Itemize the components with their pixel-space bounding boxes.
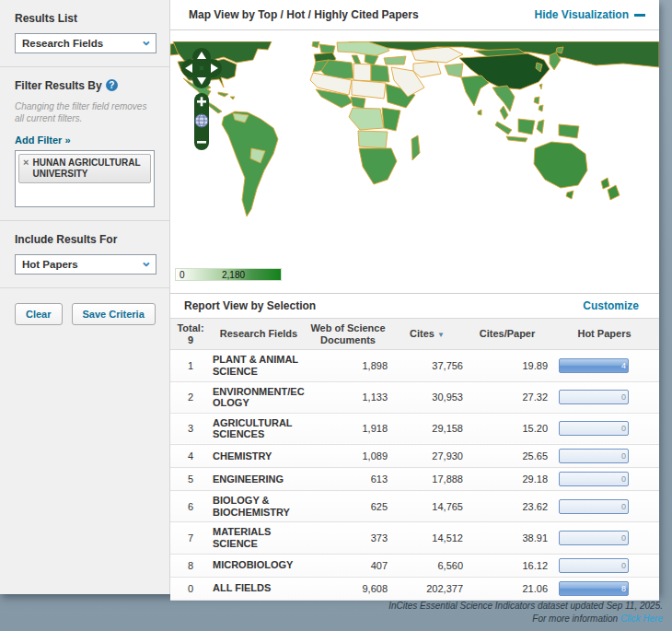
hot-papers-bar[interactable]: 0 — [559, 421, 629, 436]
save-criteria-button[interactable]: Save Criteria — [72, 303, 156, 325]
cites-cell: 202,377 — [389, 577, 465, 600]
table-row[interactable]: 2 ENVIRONMENT/ECOLOGY 1,133 30,953 27.32… — [170, 381, 659, 413]
column-header-documents: Web of Science Documents — [307, 319, 389, 350]
table-row[interactable]: 4 CHEMISTRY 1,089 27,930 25.65 0 — [170, 445, 659, 468]
research-field-link[interactable]: ENGINEERING — [211, 468, 307, 491]
report-table: Total: 9 Research Fields Web of Science … — [170, 318, 659, 601]
cites-per-paper-cell: 19.89 — [465, 350, 550, 381]
map-controls[interactable] — [181, 47, 222, 156]
cites-per-paper-cell: 21.06 — [465, 577, 550, 600]
cites-cell: 17,888 — [389, 468, 465, 491]
cites-per-paper-cell: 15.20 — [465, 413, 550, 444]
research-field-link[interactable]: CHEMISTRY — [211, 445, 307, 468]
click-here-link[interactable]: Click Here — [620, 613, 663, 624]
report-title: Report View by Selection — [184, 299, 316, 312]
documents-cell: 373 — [307, 522, 389, 554]
footer: InCites Essential Science Indicators dat… — [388, 600, 663, 625]
hot-papers-value: 0 — [621, 501, 626, 513]
hot-papers-value: 8 — [621, 583, 626, 595]
hot-papers-bar[interactable]: 0 — [559, 499, 629, 514]
hide-visualization-label: Hide Visualization — [535, 8, 629, 21]
chevron-down-icon: ⌄ — [140, 257, 152, 266]
map-legend: 0 2,180 — [175, 268, 282, 281]
table-row[interactable]: 5 ENGINEERING 613 17,888 29.18 0 — [170, 468, 659, 491]
criteria-buttons-section: Clear Save Criteria — [0, 287, 169, 338]
hot-papers-bar[interactable]: 0 — [559, 531, 629, 545]
hot-papers-bar[interactable]: 0 — [559, 449, 629, 463]
hot-papers-value: 0 — [621, 423, 626, 435]
research-field-link[interactable]: MATERIALS SCIENCE — [211, 522, 307, 554]
hot-papers-cell: 0 — [550, 522, 659, 554]
documents-cell: 625 — [307, 491, 389, 522]
filter-heading: Filter Results By? — [15, 79, 156, 92]
documents-cell: 1,898 — [307, 350, 389, 381]
cites-cell: 6,560 — [389, 554, 465, 577]
research-field-link[interactable]: MICROBIOLOGY — [211, 554, 307, 577]
column-header-research-fields: Research Fields — [211, 319, 307, 350]
hot-papers-value: 4 — [621, 360, 626, 372]
table-row[interactable]: 6 BIOLOGY & BIOCHEMISTRY 625 14,765 23.6… — [170, 491, 659, 522]
cites-cell: 29,158 — [389, 413, 465, 444]
results-list-select[interactable]: Research Fields ⌄ — [15, 33, 156, 53]
add-filter-link[interactable]: Add Filter » — [15, 134, 71, 146]
table-row[interactable]: 1 PLANT & ANIMAL SCIENCE 1,898 37,756 19… — [170, 350, 659, 381]
results-list-section: Results List Research Fields ⌄ — [0, 0, 169, 66]
research-field-link[interactable]: ALL FIELDS — [211, 577, 307, 600]
cites-per-paper-cell: 27.32 — [465, 381, 550, 413]
research-field-link[interactable]: PLANT & ANIMAL SCIENCE — [211, 350, 307, 381]
column-header-hot-papers: Hot Papers — [550, 319, 659, 350]
page: Results List Research Fields ⌄ Filter Re… — [0, 0, 672, 631]
table-row[interactable]: 3 AGRICULTURAL SCIENCES 1,918 29,158 15.… — [170, 413, 659, 444]
help-icon[interactable]: ? — [106, 79, 118, 91]
rank-cell: 5 — [170, 468, 211, 491]
table-header-row: Total: 9 Research Fields Web of Science … — [170, 319, 659, 350]
research-field-link[interactable]: ENVIRONMENT/ECOLOGY — [211, 381, 307, 413]
hot-papers-bar[interactable]: 0 — [559, 558, 629, 573]
filter-chip[interactable]: × HUNAN AGRICULTURAL UNIVERSITY — [18, 154, 151, 183]
hot-papers-bar[interactable]: 8 — [559, 581, 629, 596]
filter-heading-label: Filter Results By — [15, 79, 102, 92]
documents-cell: 1,133 — [307, 381, 389, 413]
cites-cell: 14,512 — [389, 522, 465, 554]
filter-list-box[interactable]: × HUNAN AGRICULTURAL UNIVERSITY — [15, 150, 155, 207]
world-map[interactable]: 0 2,180 — [170, 30, 659, 293]
rank-cell: 2 — [170, 381, 211, 413]
research-field-link[interactable]: AGRICULTURAL SCIENCES — [211, 413, 307, 444]
hot-papers-cell: 0 — [550, 468, 659, 491]
clear-button[interactable]: Clear — [15, 303, 63, 325]
table-row[interactable]: 7 MATERIALS SCIENCE 373 14,512 38.91 0 — [170, 522, 659, 554]
hot-papers-cell: 0 — [550, 445, 659, 468]
hot-papers-bar[interactable]: 4 — [559, 358, 629, 373]
column-header-total: Total: 9 — [170, 319, 211, 350]
hot-papers-value: 0 — [621, 532, 626, 544]
include-results-section: Include Results For Hot Papers ⌄ — [0, 220, 169, 287]
main-panel: Map View by Top / Hot / Highly Cited Pap… — [170, 0, 659, 594]
hot-papers-value: 0 — [621, 560, 626, 572]
rank-cell: 0 — [170, 577, 211, 600]
hot-papers-cell: 0 — [550, 554, 659, 577]
more-info-label: For more information — [532, 613, 618, 624]
column-header-cites-per-paper: Cites/Paper — [465, 319, 550, 350]
hot-papers-cell: 0 — [550, 491, 659, 522]
documents-cell: 1,918 — [307, 413, 389, 444]
include-results-select[interactable]: Hot Papers ⌄ — [15, 254, 156, 275]
results-list-heading: Results List — [15, 12, 156, 25]
map-view-title: Map View by Top / Hot / Highly Cited Pap… — [189, 8, 419, 21]
hide-visualization-link[interactable]: Hide Visualization — [535, 8, 645, 21]
choropleth-map[interactable] — [170, 41, 659, 272]
legend-max-label: 2,180 — [222, 269, 245, 281]
documents-cell: 613 — [307, 468, 389, 491]
customize-link[interactable]: Customize — [583, 299, 639, 312]
table-row[interactable]: 8 MICROBIOLOGY 407 6,560 16.12 0 — [170, 554, 659, 577]
results-list-value: Research Fields — [22, 38, 103, 49]
table-row[interactable]: 0 ALL FIELDS 9,608 202,377 21.06 8 — [170, 577, 659, 600]
content-card: Results List Research Fields ⌄ Filter Re… — [0, 0, 659, 594]
research-field-link[interactable]: BIOLOGY & BIOCHEMISTRY — [211, 491, 307, 522]
remove-filter-icon[interactable]: × — [23, 158, 29, 168]
report-header: Report View by Selection Customize — [170, 293, 659, 318]
documents-cell: 407 — [307, 554, 389, 577]
rank-cell: 4 — [170, 445, 211, 468]
hot-papers-bar[interactable]: 0 — [559, 472, 629, 486]
hot-papers-bar[interactable]: 0 — [559, 390, 629, 404]
column-header-cites[interactable]: Cites ▼ — [389, 319, 465, 350]
